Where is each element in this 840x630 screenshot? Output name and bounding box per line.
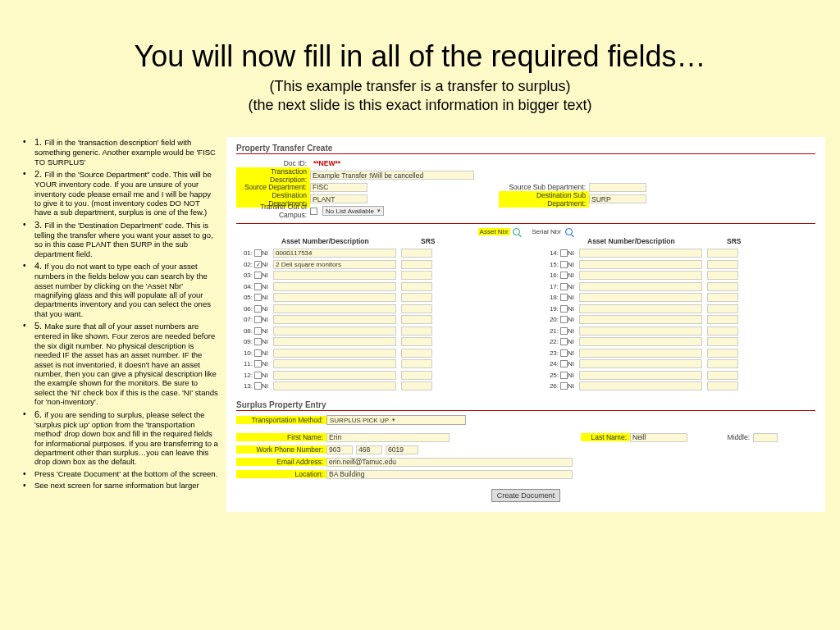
srs-input[interactable] — [707, 249, 738, 258]
asset-input[interactable] — [273, 337, 396, 346]
asset-input[interactable] — [273, 304, 396, 313]
srs-input[interactable] — [707, 381, 738, 390]
serial-nbr-button[interactable]: Serial Nbr — [530, 228, 563, 235]
ni-checkbox[interactable] — [254, 349, 262, 357]
srs-input[interactable] — [401, 326, 432, 336]
ni-checkbox[interactable] — [560, 294, 568, 301]
asset-input[interactable] — [579, 293, 702, 302]
srs-input[interactable] — [707, 260, 738, 269]
ni-checkbox[interactable] — [254, 249, 262, 257]
srs-input[interactable] — [707, 371, 738, 380]
ni-checkbox[interactable] — [254, 305, 262, 313]
srs-input[interactable] — [401, 293, 432, 302]
asset-nbr-button[interactable]: Asset Nbr — [478, 228, 510, 235]
srs-input[interactable] — [401, 315, 432, 324]
srs-input[interactable] — [707, 326, 738, 336]
location-input[interactable]: BA Building — [326, 470, 573, 479]
transport-select[interactable]: SURPLUS PICK UP — [326, 415, 466, 425]
asset-input[interactable] — [579, 381, 702, 390]
ni-checkbox[interactable] — [254, 283, 262, 290]
ni-checkbox[interactable] — [560, 349, 568, 357]
asset-input[interactable]: 2 Dell square monitors — [273, 260, 396, 269]
email-input[interactable]: erin.neill@Tamuc.edu — [326, 458, 573, 467]
srs-input[interactable] — [707, 359, 738, 368]
srs-input[interactable] — [401, 271, 432, 280]
srs-input[interactable] — [707, 282, 738, 291]
srs-input[interactable] — [401, 337, 432, 346]
ni-checkbox[interactable] — [254, 382, 262, 390]
asset-input[interactable] — [579, 271, 702, 280]
srs-input[interactable] — [401, 349, 432, 358]
ni-checkbox[interactable] — [560, 272, 568, 279]
search-icon[interactable] — [513, 228, 520, 235]
phone-prefix-input[interactable]: 468 — [356, 445, 382, 454]
ni-checkbox[interactable] — [560, 360, 568, 368]
last-name-input[interactable]: Neill — [630, 433, 687, 442]
srs-input[interactable] — [401, 260, 432, 269]
transfer-out-select[interactable]: No List Available — [322, 206, 384, 216]
asset-input[interactable] — [579, 337, 702, 346]
ni-checkbox[interactable] — [254, 272, 262, 279]
asset-input[interactable] — [579, 282, 702, 291]
asset-input[interactable] — [273, 315, 396, 324]
srs-input[interactable] — [401, 304, 432, 313]
ni-checkbox[interactable] — [560, 283, 568, 290]
asset-input[interactable] — [579, 349, 702, 358]
asset-input[interactable] — [273, 371, 396, 380]
asset-input[interactable] — [273, 349, 396, 358]
asset-input[interactable] — [579, 359, 702, 368]
ni-checkbox[interactable] — [560, 249, 568, 257]
asset-input[interactable] — [579, 304, 702, 313]
first-name-input[interactable]: Erin — [326, 433, 450, 442]
srs-input[interactable] — [707, 304, 738, 313]
create-document-button[interactable]: Create Document — [491, 489, 561, 502]
src-sub-input[interactable] — [589, 183, 646, 192]
asset-input[interactable] — [579, 371, 702, 380]
srs-input[interactable] — [707, 349, 738, 358]
ni-checkbox[interactable] — [254, 316, 262, 323]
asset-input[interactable] — [579, 326, 702, 336]
srs-input[interactable] — [401, 249, 432, 258]
ni-checkbox[interactable]: ✓ — [254, 261, 262, 268]
asset-input[interactable] — [273, 381, 396, 390]
ni-checkbox[interactable] — [560, 261, 568, 268]
phone-area-input[interactable]: 903 — [326, 445, 353, 454]
srs-input[interactable] — [401, 371, 432, 380]
ni-checkbox[interactable] — [254, 360, 262, 368]
ni-checkbox[interactable] — [560, 338, 568, 345]
srs-input[interactable] — [401, 282, 432, 291]
srs-input[interactable] — [401, 381, 432, 390]
ni-checkbox[interactable] — [254, 372, 262, 379]
ni-checkbox[interactable] — [560, 305, 568, 313]
asset-input[interactable] — [579, 260, 702, 269]
ni-checkbox[interactable] — [560, 382, 568, 390]
asset-input[interactable]: 0000117534 — [273, 249, 396, 258]
ni-label: NI — [262, 305, 273, 313]
asset-input[interactable] — [579, 315, 702, 324]
ni-checkbox[interactable] — [560, 372, 568, 379]
srs-input[interactable] — [707, 271, 738, 280]
asset-input[interactable] — [273, 293, 396, 302]
srs-input[interactable] — [707, 337, 738, 346]
ni-checkbox[interactable] — [560, 327, 568, 335]
asset-input[interactable] — [273, 282, 396, 291]
transfer-out-checkbox[interactable] — [310, 208, 317, 215]
phone-line-input[interactable]: 6019 — [386, 445, 418, 454]
ni-checkbox[interactable] — [560, 316, 568, 323]
asset-input[interactable] — [579, 249, 702, 258]
asset-input[interactable] — [273, 326, 396, 336]
asset-input[interactable] — [273, 271, 396, 280]
trans-desc-input[interactable]: Example Transfer !Will be cancelled — [310, 171, 474, 180]
asset-input[interactable] — [273, 359, 396, 368]
src-dept-input[interactable]: FISC — [310, 183, 368, 192]
srs-input[interactable] — [401, 359, 432, 368]
ni-checkbox[interactable] — [254, 338, 262, 345]
search-icon[interactable] — [565, 228, 573, 235]
srs-input[interactable] — [707, 315, 738, 324]
dest-dept-input[interactable]: PLANT — [310, 194, 368, 203]
ni-checkbox[interactable] — [254, 294, 262, 301]
middle-input[interactable] — [753, 433, 778, 442]
ni-checkbox[interactable] — [254, 327, 262, 335]
srs-input[interactable] — [707, 293, 738, 302]
dest-sub-input[interactable]: SURP — [589, 194, 646, 203]
